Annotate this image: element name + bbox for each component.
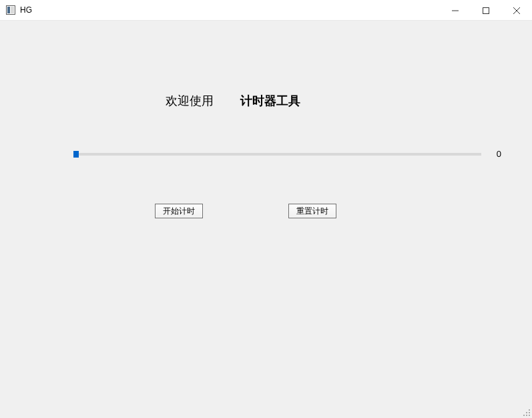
heading-row: 欢迎使用 计时器工具 [0, 93, 532, 109]
svg-line-6 [513, 7, 520, 14]
svg-point-7 [529, 409, 530, 411]
svg-rect-4 [483, 7, 489, 13]
reset-timer-button[interactable]: 重置计时 [288, 204, 336, 218]
client-area: 欢迎使用 计时器工具 0 开始计时 重置计时 [0, 21, 532, 418]
close-button[interactable] [501, 0, 532, 21]
svg-rect-2 [11, 7, 14, 13]
app-icon [5, 5, 16, 15]
tool-title-label: 计时器工具 [240, 94, 300, 108]
progress-value-label: 0 [493, 149, 501, 159]
svg-point-9 [529, 412, 530, 413]
window-title: HG [20, 5, 32, 15]
titlebar: HG [0, 0, 532, 21]
window-controls [440, 0, 532, 21]
svg-point-10 [523, 415, 525, 416]
minimize-button[interactable] [440, 0, 471, 21]
svg-point-8 [526, 412, 527, 413]
svg-point-12 [529, 415, 530, 416]
progress-row: 0 [73, 149, 501, 159]
start-timer-button[interactable]: 开始计时 [155, 204, 203, 218]
svg-line-5 [513, 7, 520, 14]
svg-point-11 [526, 415, 527, 416]
svg-rect-1 [7, 7, 10, 13]
progress-bar [73, 153, 481, 156]
maximize-button[interactable] [471, 0, 501, 21]
welcome-label: 欢迎使用 [166, 94, 214, 108]
progress-fill [73, 151, 79, 158]
resize-grip[interactable] [521, 407, 531, 417]
